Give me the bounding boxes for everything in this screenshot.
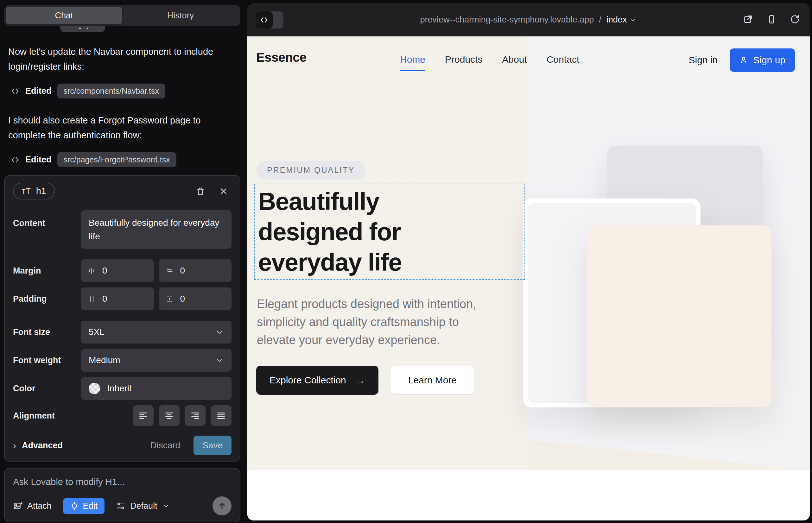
edited-file-row: Edited src/pages/ForgotPassword.tsx (11, 152, 238, 167)
discard-button[interactable]: Discard (150, 440, 180, 451)
advanced-label: Advanced (22, 441, 63, 451)
explore-collection-label: Explore Collection (269, 375, 346, 385)
refresh-icon[interactable] (790, 14, 800, 25)
composer-placeholder[interactable]: Ask Lovable to modify H1... (13, 477, 231, 487)
code-icon (11, 87, 20, 96)
margin-y-input[interactable]: 0 (159, 259, 232, 282)
align-justify-button[interactable] (211, 405, 231, 426)
explore-collection-button[interactable]: Explore Collection → (256, 366, 378, 395)
url-separator: / (599, 15, 601, 25)
user-icon (739, 56, 748, 65)
file-chip[interactable]: src/components/Navbar.tsx (57, 84, 166, 98)
sliders-icon (116, 501, 125, 511)
nav-link-about[interactable]: About (502, 54, 527, 71)
close-icon[interactable] (219, 186, 228, 196)
hero-heading-line: everyday life (258, 247, 525, 277)
attach-image-icon (13, 501, 22, 511)
nav-link-home[interactable]: Home (400, 54, 425, 71)
open-external-icon[interactable] (743, 14, 754, 25)
hero-heading[interactable]: Beautifully designed for everyday life (258, 186, 525, 277)
url-domain: preview--charming-site-symphony.lovable.… (420, 15, 594, 25)
hero-paragraph-line: elevate your everyday experience. (257, 331, 476, 349)
align-right-button[interactable] (184, 405, 206, 426)
tab-chat[interactable]: Chat (6, 7, 122, 24)
chat-history-tabs: Chat History (4, 5, 240, 26)
color-value: Inherit (107, 383, 132, 394)
code-view-segment[interactable] (255, 12, 273, 29)
assistant-message: I should also create a Forgot Password p… (8, 113, 238, 143)
sign-up-label: Sign up (753, 55, 785, 66)
align-left-icon (138, 411, 148, 421)
attach-label: Attach (27, 501, 52, 511)
element-editor-panel: тT h1 Content Beautifully designed for e… (4, 175, 240, 462)
content-input[interactable]: Beautifully designed for everyday life (81, 210, 231, 249)
edit-mode-button[interactable]: Edit (63, 498, 105, 514)
hero-heading-line: designed for (258, 217, 525, 247)
font-size-select[interactable]: 5XL (81, 321, 231, 343)
site-navbar: Essence Home Products About Contact Sign… (247, 36, 810, 87)
font-size-value: 5XL (89, 327, 105, 337)
preview-window: preview--charming-site-symphony.lovable.… (247, 3, 810, 521)
chevron-down-icon (162, 502, 170, 510)
url-bar[interactable]: preview--charming-site-symphony.lovable.… (420, 15, 637, 25)
align-left-button[interactable] (133, 405, 154, 426)
padding-vertical-icon (165, 295, 174, 303)
code-icon (11, 156, 20, 164)
hero-paragraph-line: Elegant products designed with intention… (257, 295, 476, 313)
align-center-button[interactable] (159, 405, 180, 426)
margin-x-input[interactable]: 0 (81, 259, 154, 282)
h1-selection-outline[interactable]: Beautifully designed for everyday life (254, 184, 525, 280)
nav-link-contact[interactable]: Contact (547, 54, 579, 71)
hero-paragraph: Elegant products designed with intention… (257, 295, 476, 349)
margin-label: Margin (13, 266, 81, 276)
selected-element-chip[interactable]: тT h1 (13, 183, 55, 199)
edit-label: Edit (83, 501, 98, 511)
margin-y-value: 0 (180, 266, 185, 276)
mobile-view-icon[interactable] (766, 14, 777, 25)
learn-more-button[interactable]: Learn More (390, 366, 475, 395)
padding-x-input[interactable]: 0 (81, 287, 154, 310)
nav-link-products[interactable]: Products (445, 54, 482, 71)
arrow-right-icon: → (355, 375, 365, 386)
learn-more-label: Learn More (408, 375, 457, 385)
padding-x-value: 0 (102, 294, 107, 304)
padding-horizontal-icon (87, 295, 96, 303)
hero-badge: PREMIUM QUALITY (256, 161, 366, 180)
trash-icon[interactable] (195, 186, 206, 196)
target-icon (70, 502, 79, 510)
assistant-message: Now let's update the Navbar component to… (8, 44, 238, 74)
alignment-label: Alignment (13, 411, 81, 421)
file-chip[interactable]: src/pages/ForgotPassword.tsx (57, 152, 176, 167)
site-logo[interactable]: Essence (256, 50, 306, 65)
color-select[interactable]: Inherit (81, 377, 231, 400)
attach-button[interactable]: Attach (13, 501, 52, 511)
font-size-label: Font size (13, 327, 81, 337)
chat-panel: Chat History Now let's update the Navbar… (0, 0, 247, 523)
sign-up-button[interactable]: Sign up (730, 49, 795, 72)
send-button[interactable] (212, 497, 231, 516)
default-label: Default (130, 501, 157, 511)
font-weight-select[interactable]: Medium (81, 349, 231, 372)
padding-y-input[interactable]: 0 (159, 287, 232, 310)
advanced-toggle[interactable]: › Advanced (13, 440, 63, 451)
save-button[interactable]: Save (194, 436, 231, 455)
arrow-up-icon (217, 501, 227, 511)
sign-in-link[interactable]: Sign in (689, 55, 718, 66)
font-weight-value: Medium (89, 355, 120, 365)
align-justify-icon (216, 411, 226, 421)
chat-messages: Now let's update the Navbar component to… (8, 44, 238, 182)
edited-file-row: Edited src/components/Navbar.tsx (11, 84, 238, 98)
text-tool-icon: тT (22, 186, 31, 196)
tab-history[interactable]: History (122, 7, 239, 24)
default-mode-select[interactable]: Default (116, 501, 170, 511)
edited-label: Edited (25, 86, 52, 96)
chevron-down-icon (215, 356, 224, 365)
next-section (247, 470, 810, 521)
hero-heading-line: Beautifully (258, 186, 525, 217)
chevron-right-icon: › (13, 440, 16, 451)
content-label: Content (13, 210, 81, 228)
chat-composer[interactable]: Ask Lovable to modify H1... Attach Edit … (4, 468, 240, 522)
code-preview-toggle[interactable] (255, 12, 283, 29)
padding-label: Padding (13, 294, 81, 304)
nav-links: Home Products About Contact (400, 54, 579, 71)
